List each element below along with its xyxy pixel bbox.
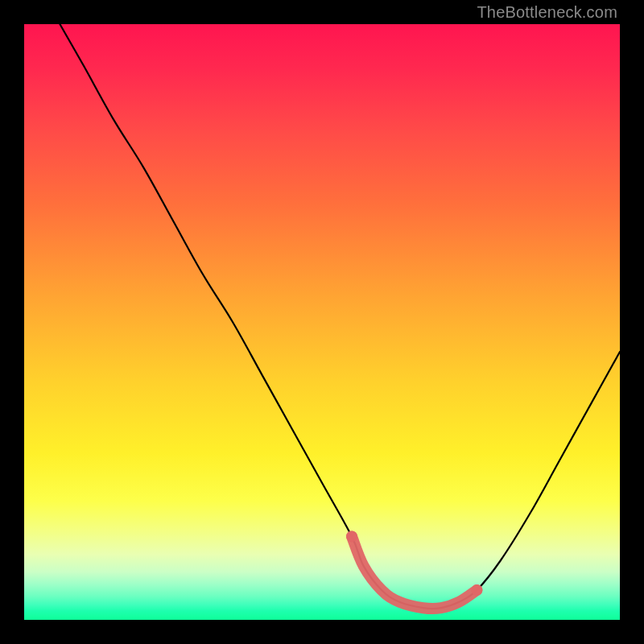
watermark-label: TheBottleneck.com [477, 3, 617, 22]
chart-stage: TheBottleneck.com [0, 0, 644, 644]
heat-gradient-background [24, 24, 620, 620]
plot-area [24, 24, 620, 620]
